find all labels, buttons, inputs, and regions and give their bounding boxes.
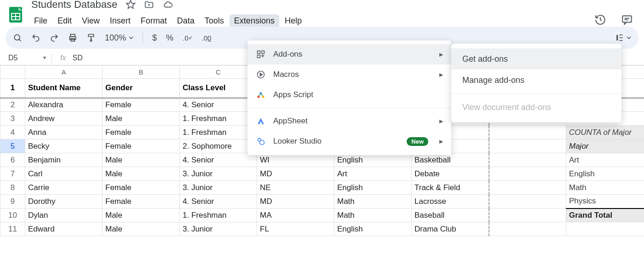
cell[interactable]: Carrie — [25, 181, 103, 195]
cell[interactable]: Carl — [25, 167, 103, 181]
cell[interactable]: Art — [566, 153, 644, 167]
submenu-manage-addons[interactable]: Manage add-ons — [451, 70, 621, 91]
cell[interactable]: Male — [103, 153, 180, 167]
cell[interactable]: English — [334, 153, 412, 167]
cell[interactable]: Dorothy — [25, 195, 103, 208]
cell[interactable]: Art — [334, 167, 412, 181]
column-header[interactable]: C — [180, 66, 257, 79]
row-header[interactable]: 7 — [0, 167, 25, 181]
name-box[interactable]: D5 ▼ — [6, 54, 52, 62]
menu-looker-studio[interactable]: Looker Studio New ▶ — [247, 131, 451, 151]
cell[interactable]: Grand Total — [566, 208, 644, 222]
cell[interactable]: Math — [566, 181, 644, 195]
cell[interactable]: Male — [103, 167, 180, 181]
formula-input[interactable]: SD — [72, 54, 82, 62]
menu-apps-script[interactable]: Apps Script — [247, 85, 451, 105]
cell[interactable] — [566, 222, 644, 236]
row-header[interactable]: 3 — [0, 112, 25, 126]
cloud-status-icon[interactable] — [162, 0, 173, 10]
row-header[interactable]: 9 — [0, 195, 25, 208]
cell[interactable]: Edward — [25, 222, 103, 236]
cell[interactable]: Becky — [25, 139, 103, 153]
cell[interactable]: 1. Freshman — [180, 112, 257, 126]
menu-insert[interactable]: Insert — [105, 14, 135, 28]
cell[interactable]: Track & Field — [412, 181, 489, 195]
cell[interactable]: 2. Sophomore — [180, 139, 257, 153]
cell[interactable]: 4. Senior — [180, 195, 257, 208]
cell[interactable]: Drama Club — [412, 222, 489, 236]
cell[interactable]: MA — [257, 208, 334, 222]
cell[interactable]: Gender — [103, 79, 180, 98]
submenu-get-addons[interactable]: Get add-ons — [451, 48, 621, 70]
toolbar-more-icon[interactable] — [615, 34, 624, 42]
cell[interactable]: MD — [257, 195, 334, 208]
menu-view[interactable]: View — [77, 14, 104, 28]
row-header[interactable]: 6 — [0, 153, 25, 167]
search-icon[interactable] — [13, 33, 22, 42]
cell[interactable]: 1. Freshman — [180, 208, 257, 222]
cell[interactable]: 3. Junior — [180, 167, 257, 181]
paint-format-icon[interactable] — [86, 33, 96, 42]
cell[interactable]: Math — [334, 208, 412, 222]
move-icon[interactable] — [144, 0, 154, 10]
cell[interactable]: Baseball — [412, 208, 489, 222]
cell[interactable]: FL — [257, 222, 334, 236]
currency-icon[interactable]: $ — [152, 33, 157, 43]
undo-icon[interactable] — [31, 33, 40, 42]
sheets-logo-icon[interactable] — [6, 1, 26, 27]
menu-file[interactable]: File — [29, 14, 52, 28]
cell[interactable]: Female — [103, 98, 180, 112]
menu-format[interactable]: Format — [136, 14, 172, 28]
menu-add-ons[interactable]: Add-ons ▶ — [247, 44, 451, 64]
cell[interactable]: 3. Junior — [180, 222, 257, 236]
row-header[interactable]: 5 — [0, 139, 25, 153]
history-icon[interactable] — [594, 14, 606, 26]
cell[interactable] — [489, 126, 566, 139]
cell[interactable] — [489, 153, 566, 167]
row-header[interactable]: 11 — [0, 222, 25, 236]
increase-decimal-icon[interactable]: .00 — [202, 34, 212, 42]
cell[interactable]: Male — [103, 208, 180, 222]
cell[interactable]: Alexandra — [25, 98, 103, 112]
menu-data[interactable]: Data — [172, 14, 199, 28]
document-title[interactable]: Students Database — [29, 0, 119, 12]
cell[interactable]: Math — [334, 195, 412, 208]
menu-edit[interactable]: Edit — [53, 14, 76, 28]
cell[interactable] — [489, 139, 566, 153]
cell[interactable]: MD — [257, 167, 334, 181]
print-icon[interactable] — [68, 33, 77, 42]
menu-help[interactable]: Help — [280, 14, 306, 28]
row-header[interactable]: 4 — [0, 126, 25, 139]
redo-icon[interactable] — [50, 33, 59, 42]
cell[interactable]: English — [334, 222, 412, 236]
select-all-corner[interactable] — [0, 66, 25, 79]
cell[interactable]: 4. Senior — [180, 98, 257, 112]
menu-extensions[interactable]: Extensions — [230, 14, 279, 28]
cell[interactable]: Andrew — [25, 112, 103, 126]
column-header[interactable]: B — [103, 66, 180, 79]
cell[interactable]: Class Level — [180, 79, 257, 98]
cell[interactable] — [489, 208, 566, 222]
cell[interactable]: English — [566, 167, 644, 181]
menu-macros[interactable]: Macros ▶ — [247, 64, 451, 85]
cell[interactable]: Major — [566, 139, 644, 153]
cell[interactable]: Lacrosse — [412, 195, 489, 208]
percent-icon[interactable]: % — [166, 33, 173, 43]
cell[interactable] — [489, 222, 566, 236]
row-header[interactable]: 10 — [0, 208, 25, 222]
zoom-select[interactable]: 100% — [105, 33, 133, 43]
cell[interactable] — [489, 167, 566, 181]
cell[interactable]: Benjamin — [25, 153, 103, 167]
cell[interactable]: Anna — [25, 126, 103, 139]
menu-tools[interactable]: Tools — [200, 14, 229, 28]
cell[interactable]: Male — [103, 222, 180, 236]
row-header[interactable]: 8 — [0, 181, 25, 195]
decrease-decimal-icon[interactable]: .0↙ — [183, 34, 193, 42]
chevron-down-icon[interactable]: ▼ — [42, 55, 47, 60]
cell[interactable]: 4. Senior — [180, 153, 257, 167]
cell[interactable]: 3. Junior — [180, 181, 257, 195]
row-header[interactable]: 1 — [0, 79, 25, 98]
cell[interactable]: NE — [257, 181, 334, 195]
cell[interactable]: Female — [103, 195, 180, 208]
menu-appsheet[interactable]: AppSheet ▶ — [247, 111, 451, 131]
